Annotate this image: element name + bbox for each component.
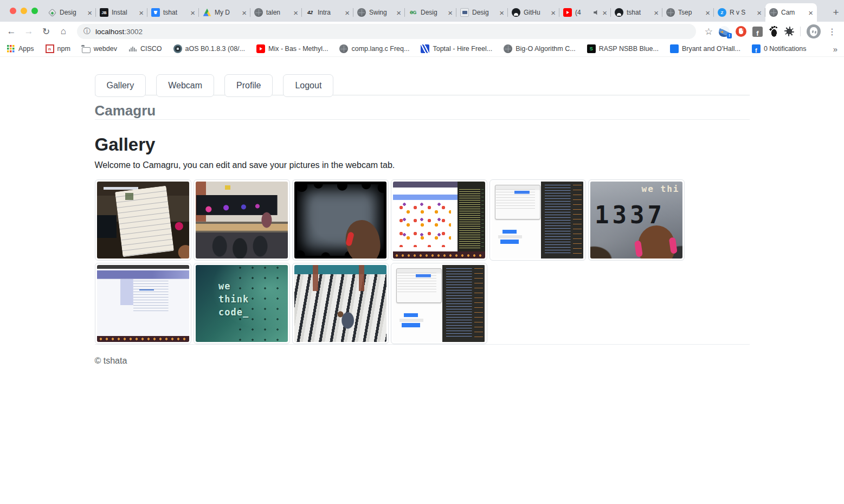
forward-button[interactable]: → xyxy=(21,23,37,40)
bookmark-label: 0 Notifications xyxy=(764,45,807,53)
bookmark-label: Big-O Algorithm C... xyxy=(516,45,575,53)
tab-title: GitHu xyxy=(524,9,547,16)
red-hand-blocker-extension-icon[interactable] xyxy=(736,26,746,37)
leet-selfie-image: 1337we thi xyxy=(590,182,682,259)
bookmark-star-icon[interactable]: ☆ xyxy=(705,26,713,37)
tab-audio-icon xyxy=(594,10,599,15)
profile-avatar[interactable] xyxy=(807,24,821,38)
toolbar-divider xyxy=(800,27,801,36)
welcome-text: Welcome to Camagru, you can edit and sav… xyxy=(95,160,750,170)
footer-text: © tshata xyxy=(95,356,750,366)
tab-close-icon[interactable]: × xyxy=(190,9,195,17)
toolbar-right-cluster: ☆ ! f ⋮ xyxy=(701,24,841,38)
tab-title: Cam xyxy=(781,9,805,16)
browser-tab[interactable]: talen× xyxy=(250,3,302,22)
home-button[interactable]: ⌂ xyxy=(55,23,72,40)
youtube-icon xyxy=(256,44,265,53)
page-info-icon[interactable]: ⓘ xyxy=(83,27,91,36)
tab-close-icon[interactable]: × xyxy=(808,9,813,17)
doc-hand-image xyxy=(97,182,189,259)
gallery-thumbnail xyxy=(95,179,191,261)
bookmark-item[interactable]: nnpm xyxy=(46,44,70,53)
address-bar[interactable]: ⓘ localhost:3002 xyxy=(77,24,696,39)
tab-close-icon[interactable]: × xyxy=(345,9,350,17)
fbblue-icon: f xyxy=(752,44,761,53)
youtube-favicon xyxy=(563,8,572,17)
tab-close-icon[interactable]: × xyxy=(602,9,607,17)
tab-logout[interactable]: Logout xyxy=(283,74,333,97)
tab-close-icon[interactable]: × xyxy=(293,9,298,17)
zblue-favicon: Z xyxy=(718,8,726,17)
tab-title: Desig xyxy=(472,9,496,16)
browser-tab[interactable]: JBInstal× xyxy=(96,3,147,22)
gallery-grid: 1337we thiwe think code_ xyxy=(95,179,750,344)
tab-close-icon[interactable]: × xyxy=(499,9,504,17)
tab-close-icon[interactable]: × xyxy=(87,9,92,17)
tab-gallery[interactable]: Gallery xyxy=(95,74,146,97)
browser-tab[interactable]: Swing× xyxy=(353,3,405,22)
bookmark-item[interactable]: Bryant and O'Hall... xyxy=(670,44,740,53)
new-tab-button[interactable]: + xyxy=(828,4,844,21)
tab-profile[interactable]: Profile xyxy=(224,74,273,97)
fortytwo-favicon: 42 xyxy=(306,8,314,17)
bookmark-item[interactable]: webdev xyxy=(82,45,117,53)
chrome-menu-icon[interactable]: ⋮ xyxy=(827,27,837,37)
bookmark-item[interactable]: Apps xyxy=(7,44,34,53)
tab-close-icon[interactable]: × xyxy=(705,9,710,17)
browser-toolbar: ← → ↻ ⌂ ⓘ localhost:3002 ☆ ! f ⋮ xyxy=(0,22,844,41)
macos-window-controls xyxy=(4,0,44,22)
tab-title: Desig xyxy=(421,9,444,16)
tab-title: My D xyxy=(215,9,239,16)
tab-close-icon[interactable]: × xyxy=(396,9,401,17)
back-button[interactable]: ← xyxy=(3,23,20,40)
tab-title: Intra xyxy=(318,9,342,16)
minimize-window-button[interactable] xyxy=(21,8,27,14)
browser-tab[interactable]: ZR v S× xyxy=(714,3,765,22)
close-window-button[interactable] xyxy=(10,8,16,14)
tab-title: Instal xyxy=(112,9,136,16)
site-brand: Camagru xyxy=(95,102,750,119)
browser-tab[interactable]: My D× xyxy=(199,3,250,22)
browser-tab[interactable]: Desig× xyxy=(44,3,96,22)
browser-tab[interactable]: 42Intra× xyxy=(302,3,353,22)
browser-tab[interactable]: Tsep× xyxy=(662,3,714,22)
tab-close-icon[interactable]: × xyxy=(757,9,762,17)
tab-close-icon[interactable]: × xyxy=(139,9,144,17)
eagle-blocker-extension-icon[interactable]: ! xyxy=(719,26,730,37)
browser-tab[interactable]: Desig× xyxy=(456,3,508,22)
bookmark-item[interactable]: Mix - Bas - Methyl... xyxy=(256,44,328,53)
browser-tab[interactable]: GitHu× xyxy=(508,3,559,22)
bookmark-item[interactable]: comp.lang.c Freq... xyxy=(339,44,409,53)
wallpaper-text: we think code_ xyxy=(218,280,249,319)
bookmark-item[interactable]: Big-O Algorithm C... xyxy=(504,44,575,53)
tab-close-icon[interactable]: × xyxy=(654,9,659,17)
bookmark-item[interactable]: aOS B0.1.8.3 (08/... xyxy=(173,44,245,53)
gnome-foot-extension-icon[interactable] xyxy=(769,26,778,37)
tab-close-icon[interactable]: × xyxy=(242,9,247,17)
bookmark-item[interactable]: f0 Notifications xyxy=(752,44,807,53)
bookmark-item[interactable]: SRASP NSBB Blue... xyxy=(587,44,659,53)
folder-icon xyxy=(82,47,91,53)
spiky-badge-extension-icon[interactable] xyxy=(784,27,794,36)
gallery-thumbnail xyxy=(292,263,389,344)
wall-text: we thi xyxy=(642,184,680,194)
browser-tab[interactable]: tshat× xyxy=(611,3,662,22)
tab-close-icon[interactable]: × xyxy=(448,9,453,17)
bookmark-item[interactable]: CISCO xyxy=(128,44,162,53)
facebook-extension-icon[interactable]: f xyxy=(752,27,763,37)
reload-button[interactable]: ↻ xyxy=(38,23,54,40)
bookmark-label: aOS B0.1.8.3 (08/... xyxy=(185,45,245,53)
browser-tab[interactable]: ƏGDesig× xyxy=(405,3,456,22)
zoom-window-button[interactable] xyxy=(31,8,38,14)
site-nav-tabs: GalleryWebcamProfileLogout xyxy=(95,57,750,95)
divider xyxy=(95,119,750,120)
browser-tab[interactable]: (4× xyxy=(559,3,611,22)
bookmarks-overflow-chevron-icon[interactable]: » xyxy=(833,44,837,54)
browser-tab[interactable]: tshat× xyxy=(147,3,199,22)
bookmark-label: comp.lang.c Freq... xyxy=(351,45,409,53)
bookmark-item[interactable]: Toptal - Hire Freel... xyxy=(421,44,492,53)
tab-webcam[interactable]: Webcam xyxy=(156,74,214,97)
github-favicon xyxy=(615,8,623,17)
browser-tab[interactable]: Cam× xyxy=(765,3,817,22)
tab-close-icon[interactable]: × xyxy=(551,9,556,17)
